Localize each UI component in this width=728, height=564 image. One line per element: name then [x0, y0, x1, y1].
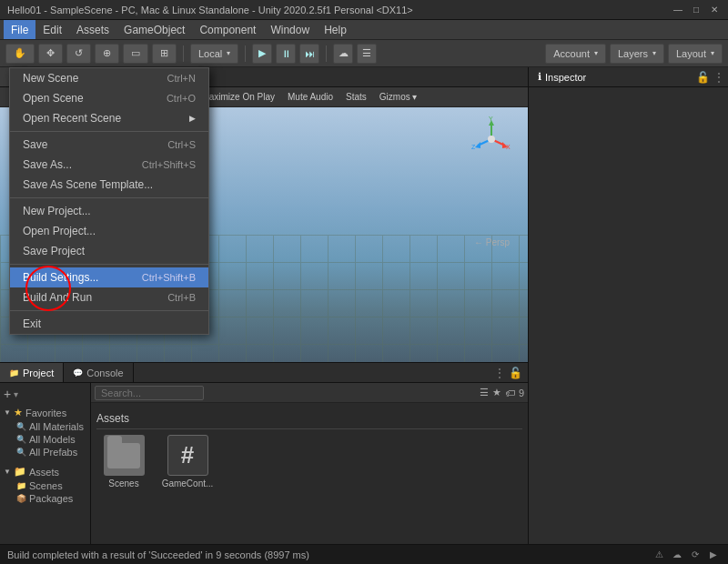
- local-chevron: ▾: [227, 49, 230, 57]
- inspector-icon: ℹ: [538, 71, 541, 83]
- layout-button[interactable]: Layout ▾: [668, 44, 723, 64]
- sidebar-item-all-materials[interactable]: 🔍 All Materials: [4, 420, 86, 433]
- menu-build-settings[interactable]: Build Settings... Ctrl+Shift+B: [10, 267, 208, 287]
- favorites-section[interactable]: ▼ ★ Favorites: [4, 405, 86, 420]
- menu-help[interactable]: Help: [317, 20, 354, 39]
- scenes-folder-icon: 📁: [16, 481, 26, 490]
- inspector-tab-label: Inspector: [545, 72, 586, 83]
- account-button[interactable]: Account ▾: [545, 44, 606, 64]
- tab-inspector[interactable]: ℹ Inspector: [529, 67, 595, 86]
- gamecontroller-asset-label: GameCont...: [162, 478, 214, 488]
- menu-new-scene[interactable]: New Scene Ctrl+N: [10, 68, 208, 88]
- svg-text:Z: Z: [471, 144, 476, 150]
- cs-file-asset-icon: #: [167, 435, 208, 476]
- sidebar-item-all-prefabs[interactable]: 🔍 All Prefabs: [4, 446, 86, 458]
- step-button[interactable]: ⏭: [299, 44, 319, 64]
- transform-tool-btn[interactable]: ⊞: [152, 44, 177, 64]
- status-icons: ⚠ ☁ ⟳ ▶: [652, 548, 721, 562]
- search-icon: 🔍: [16, 422, 26, 431]
- status-icon-4[interactable]: ▶: [706, 548, 721, 562]
- sidebar-item-all-models[interactable]: 🔍 All Models: [4, 433, 86, 446]
- toolbar-sep-2: [245, 45, 246, 62]
- menu-file[interactable]: File: [4, 20, 35, 39]
- layers-button[interactable]: Layers ▾: [610, 44, 664, 64]
- menu-component[interactable]: Component: [192, 20, 263, 39]
- menu-gameobject[interactable]: GameObject: [116, 20, 192, 39]
- menu-save-as-template[interactable]: Save As Scene Template...: [10, 175, 208, 195]
- assets-label: Assets: [29, 467, 59, 478]
- asset-scenes[interactable]: Scenes: [96, 435, 151, 488]
- menu-open-recent-scene[interactable]: Open Recent Scene ▶: [10, 108, 208, 128]
- hash-icon: #: [181, 441, 194, 469]
- project-content: Assets Scenes: [91, 403, 528, 544]
- pause-button[interactable]: ⏸: [276, 44, 296, 64]
- layout-label: Layout: [676, 48, 706, 59]
- project-panel: + ▾ ▼ ★ Favorites 🔍 All Materials 🔍: [0, 383, 528, 544]
- rotate-tool-btn[interactable]: ↺: [66, 44, 91, 64]
- project-sidebar: + ▾ ▼ ★ Favorites 🔍 All Materials 🔍: [0, 383, 91, 544]
- menu-exit[interactable]: Exit: [10, 314, 208, 334]
- console-tab-label: Console: [86, 368, 123, 378]
- status-icon-3[interactable]: ⟳: [688, 548, 703, 562]
- search-icon-2: 🔍: [16, 435, 26, 444]
- menu-assets[interactable]: Assets: [69, 20, 116, 39]
- sidebar-item-packages[interactable]: 📦 Packages: [4, 492, 86, 505]
- window-controls: — □ ✕: [672, 4, 721, 16]
- assets-section[interactable]: ▼ 📁 Assets: [4, 464, 86, 479]
- menu-window[interactable]: Window: [263, 20, 317, 39]
- move-tool-btn[interactable]: ✥: [38, 44, 63, 64]
- layers-chevron: ▾: [652, 49, 656, 57]
- project-content-area: ☰ ★ 🏷 9 Assets: [91, 383, 528, 544]
- bottom-tab-bar: 📁 Project 💬 Console ⋮ 🔓: [0, 363, 528, 383]
- project-lock-btn[interactable]: 🔓: [509, 367, 522, 379]
- project-search-input[interactable]: [95, 386, 204, 400]
- project-menu-btn[interactable]: ⋮: [494, 367, 505, 379]
- status-message: Build completed with a result of 'Succee…: [7, 549, 309, 560]
- svg-text:X: X: [506, 144, 511, 150]
- status-icon-2[interactable]: ☁: [670, 548, 684, 562]
- layers-label: Layers: [618, 48, 648, 59]
- minimize-button[interactable]: —: [672, 4, 684, 16]
- menu-open-project[interactable]: Open Project...: [10, 221, 208, 241]
- menu-new-project[interactable]: New Project...: [10, 201, 208, 221]
- hand-tool-btn[interactable]: ✋: [5, 44, 35, 64]
- play-button[interactable]: ▶: [252, 44, 272, 64]
- scene-gizmo[interactable]: X Y Z: [469, 116, 514, 162]
- inspector-lock-btn[interactable]: 🔓: [696, 71, 710, 84]
- maximize-button[interactable]: □: [690, 4, 703, 16]
- scenes-folder-asset-icon: [104, 435, 145, 476]
- search-star-btn[interactable]: ★: [492, 387, 501, 398]
- services-button[interactable]: ☰: [357, 44, 377, 64]
- menu-sep-2: [10, 197, 208, 198]
- menu-open-scene[interactable]: Open Scene Ctrl+O: [10, 88, 208, 108]
- menu-save[interactable]: Save Ctrl+S: [10, 135, 208, 155]
- menu-build-and-run[interactable]: Build And Run Ctrl+B: [10, 287, 208, 307]
- asset-gamecontroller[interactable]: # GameCont...: [160, 435, 215, 488]
- stats-btn[interactable]: Stats: [340, 91, 372, 103]
- assets-folder-icon: 📁: [14, 466, 26, 478]
- search-label-btn[interactable]: 🏷: [505, 388, 515, 398]
- project-add-btn[interactable]: +: [4, 387, 11, 401]
- menu-save-as[interactable]: Save As... Ctrl+Shift+S: [10, 155, 208, 175]
- collab-button[interactable]: ☁: [333, 44, 353, 64]
- menu-edit[interactable]: Edit: [35, 20, 69, 39]
- tab-project[interactable]: 📁 Project: [0, 363, 64, 382]
- status-icon-1[interactable]: ⚠: [652, 548, 666, 562]
- gizmos-btn[interactable]: Gizmos ▾: [374, 91, 423, 103]
- tab-console[interactable]: 💬 Console: [64, 363, 133, 382]
- favorites-label: Favorites: [25, 408, 66, 418]
- menu-bar: File Edit Assets GameObject Component Wi…: [0, 20, 728, 40]
- mute-btn[interactable]: Mute Audio: [282, 91, 339, 103]
- project-toolbar: ☰ ★ 🏷 9: [91, 383, 528, 403]
- search-filter-btn[interactable]: ☰: [480, 387, 489, 398]
- inspector-menu-btn[interactable]: ⋮: [713, 71, 724, 84]
- close-button[interactable]: ✕: [708, 4, 721, 16]
- local-btn[interactable]: Local ▾: [190, 44, 238, 64]
- assets-folder-header: Assets: [96, 408, 522, 429]
- project-settings-btn[interactable]: ▾: [14, 389, 18, 399]
- menu-save-project[interactable]: Save Project: [10, 241, 208, 261]
- sidebar-item-scenes[interactable]: 📁 Scenes: [4, 479, 86, 492]
- window-title: Hello01 - SampleScene - PC, Mac & Linux …: [7, 5, 413, 15]
- rect-tool-btn[interactable]: ▭: [123, 44, 148, 64]
- scale-tool-btn[interactable]: ⊕: [95, 44, 119, 64]
